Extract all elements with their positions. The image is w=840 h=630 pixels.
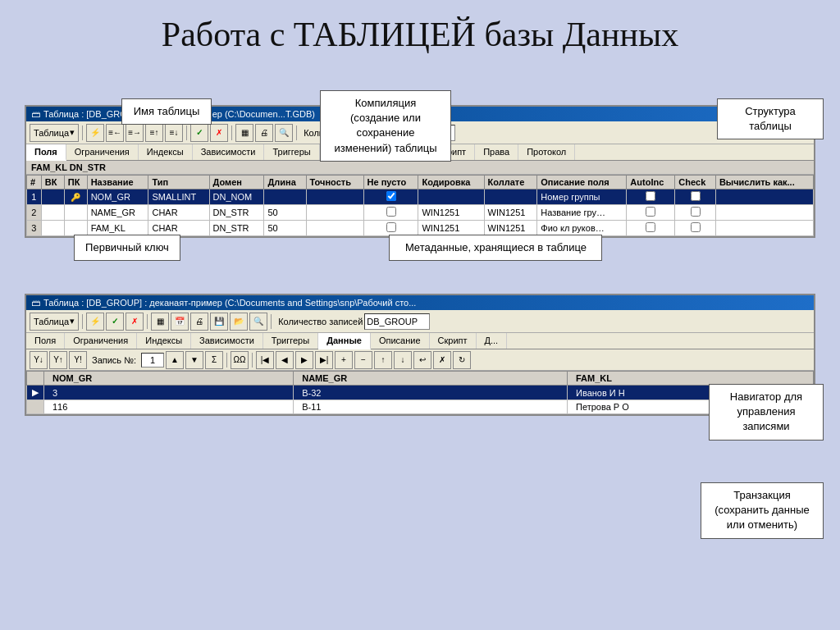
bottom-tabs: Поля Ограничения Индексы Зависимости Три… <box>26 333 814 349</box>
first-btn[interactable]: |◀ <box>256 351 274 369</box>
data-row[interactable]: 116 В-11 Петрова Р О <box>27 400 814 414</box>
rec-down-btn[interactable]: ▼ <box>185 351 203 369</box>
save-btn[interactable]: 💾 <box>210 313 228 331</box>
tab2-triggers[interactable]: Триггеры <box>263 333 318 349</box>
col-indicator <box>27 372 44 386</box>
btn3[interactable]: ≡↑ <box>145 124 163 142</box>
cross-btn[interactable]: ✗ <box>210 124 228 142</box>
callout-structure: Структура таблицы <box>717 98 824 139</box>
filter3-icon[interactable]: Y! <box>69 351 87 369</box>
cross-btn-2[interactable]: ✗ <box>126 313 144 331</box>
page-title: Работа с ТАБЛИЦЕЙ базы Данных <box>0 0 840 62</box>
undo-btn[interactable]: ↩ <box>413 351 431 369</box>
tab-rights[interactable]: Права <box>475 144 518 160</box>
section-header: FAM_KL DN_STR <box>26 161 814 175</box>
autoinc-check-1[interactable] <box>646 191 655 201</box>
tab-triggers[interactable]: Триггеры <box>264 144 319 160</box>
table-icon: 🗃 <box>31 109 40 119</box>
col-calc: Вычислить как... <box>715 176 813 189</box>
callout-compilation: Компиляция (создание или сохранение изме… <box>320 90 451 162</box>
btn2[interactable]: ≡→ <box>126 124 144 142</box>
rec-up-btn[interactable]: ▲ <box>166 351 184 369</box>
lightning-btn-2[interactable]: ⚡ <box>86 313 104 331</box>
print-btn-2[interactable]: 🖨 <box>190 313 208 331</box>
tab-indexes[interactable]: Индексы <box>139 144 193 160</box>
prev-btn[interactable]: ◀ <box>276 351 294 369</box>
record-count-label-2: Количество записей <box>278 317 363 326</box>
tab2-constraints[interactable]: Ограничения <box>65 333 137 349</box>
bottom-window-title: 🗃 Таблица : [DB_GROUP] : деканаят-пример… <box>26 295 814 310</box>
refresh-btn[interactable]: ↻ <box>453 351 471 369</box>
check-check-2[interactable] <box>691 207 701 217</box>
load-btn[interactable]: 📂 <box>230 313 248 331</box>
tab2-dependencies[interactable]: Зависимости <box>191 333 263 349</box>
tab2-more[interactable]: Д... <box>477 333 508 349</box>
tab-protocol[interactable]: Протокол <box>518 144 575 160</box>
down-btn[interactable]: ↓ <box>394 351 412 369</box>
up-btn[interactable]: ↑ <box>374 351 392 369</box>
data-row[interactable]: ▶ 3 В-32 Иванов И Н <box>27 386 814 400</box>
print-btn[interactable]: 🖨 <box>255 124 273 142</box>
record-no-input[interactable] <box>141 353 164 368</box>
table-row[interactable]: 1 🔑 NOM_GR SMALLINT DN_NOM Номер группы <box>27 189 814 205</box>
table-menu-2[interactable]: Таблица ▾ <box>30 313 79 331</box>
callout-transaction: Транзакция (сохранить данные или отменит… <box>701 482 824 539</box>
last-btn[interactable]: ▶| <box>315 351 333 369</box>
grid-btn[interactable]: ▦ <box>235 124 253 142</box>
tab2-script[interactable]: Скрипт <box>430 333 477 349</box>
tab2-data[interactable]: Данные <box>318 333 371 349</box>
lightning-btn[interactable]: ⚡ <box>86 124 104 142</box>
check-check-3[interactable] <box>691 222 701 232</box>
filter-btn-2[interactable]: 🔍 <box>249 313 267 331</box>
notnull-check-2[interactable] <box>386 207 396 217</box>
bottom-db-window: 🗃 Таблица : [DB_GROUP] : деканаят-пример… <box>25 294 815 416</box>
del-btn[interactable]: ✗ <box>433 351 451 369</box>
callout-primary-key: Первичный ключ <box>74 235 180 261</box>
data-table: NOM_GR NAME_GR FAM_KL ▶ 3 В-32 Иванов И … <box>26 371 814 414</box>
table-menu[interactable]: Таблица ▾ <box>30 124 79 142</box>
col-desc: Описание поля <box>537 176 627 189</box>
col-type: Тип <box>148 176 209 189</box>
col-vk: ВК <box>41 176 64 189</box>
check-btn-2[interactable]: ✓ <box>106 313 124 331</box>
autoinc-check-3[interactable] <box>646 222 655 232</box>
notnull-check-1[interactable] <box>386 191 396 201</box>
filter-icon[interactable]: Y↓ <box>30 351 48 369</box>
btn4[interactable]: ≡↓ <box>165 124 183 142</box>
col-notnull: Не пусто <box>363 176 418 189</box>
nav-bar: Y↓ Y↑ Y! Запись №: ▲ ▼ Σ ΩΩ |◀ ◀ ▶ ▶| + … <box>26 349 814 371</box>
check-btn[interactable]: ✓ <box>190 124 208 142</box>
col-length: Длина <box>264 176 306 189</box>
btn1[interactable]: ≡← <box>106 124 124 142</box>
table-row[interactable]: 2 NAME_GR CHAR DN_STR 50 WIN1251 WIN1251… <box>27 205 814 221</box>
check-check-1[interactable] <box>691 191 701 201</box>
grid-btn-2[interactable]: ▦ <box>151 313 169 331</box>
filter-btn[interactable]: 🔍 <box>275 124 293 142</box>
data-col-nom: NOM_GR <box>44 372 294 386</box>
tab-dependencies[interactable]: Зависимости <box>193 144 265 160</box>
oo-btn[interactable]: ΩΩ <box>231 351 249 369</box>
notnull-check-3[interactable] <box>386 222 396 232</box>
callout-navigator: Навигатор для управления записями <box>709 384 824 441</box>
tab-constraints[interactable]: Ограничения <box>66 144 139 160</box>
tab2-description[interactable]: Описание <box>371 333 430 349</box>
dropdown-arrow-icon: ▾ <box>70 127 75 138</box>
add-btn[interactable]: + <box>335 351 353 369</box>
calendar-btn[interactable]: 📅 <box>171 313 189 331</box>
callout-table-name: Имя таблицы <box>121 98 212 125</box>
tab-fields[interactable]: Поля <box>26 144 66 161</box>
minus-btn[interactable]: − <box>354 351 372 369</box>
tab2-indexes[interactable]: Индексы <box>137 333 191 349</box>
col-encoding: Кодировка <box>418 176 484 189</box>
table-icon-2: 🗃 <box>31 298 40 308</box>
play-btn[interactable]: ▶ <box>295 351 313 369</box>
tab2-fields[interactable]: Поля <box>26 333 65 349</box>
filter2-icon[interactable]: Y↑ <box>49 351 67 369</box>
autoinc-check-2[interactable] <box>646 207 655 217</box>
col-autoinc: AutoInc <box>627 176 675 189</box>
db-name-input-2[interactable] <box>364 313 430 330</box>
data-col-name: NAME_GR <box>294 372 568 386</box>
sigma-btn[interactable]: Σ <box>205 351 223 369</box>
table-row[interactable]: 3 FAM_KL CHAR DN_STR 50 WIN1251 WIN1251 … <box>27 221 814 236</box>
col-check: Check <box>675 176 716 189</box>
